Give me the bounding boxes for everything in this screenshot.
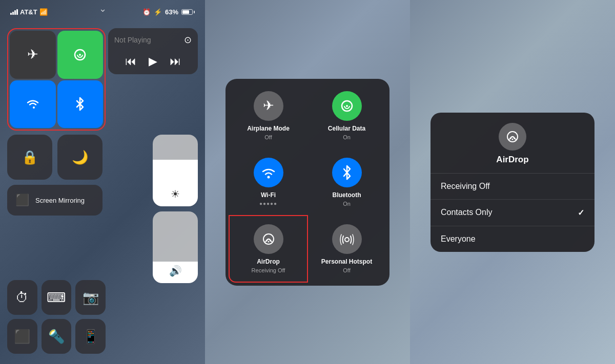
cellular-data-icon: [340, 99, 354, 113]
remote-button[interactable]: 📱: [75, 319, 106, 354]
connectivity-grid-expanded: ✈ Airplane Mode Off Cellular Data On: [225, 79, 389, 286]
alarm-icon: ⏰: [142, 8, 151, 16]
wifi-button[interactable]: [10, 80, 56, 129]
carrier-label: AT&T: [20, 8, 37, 16]
svg-point-9: [512, 138, 514, 140]
bluetooth-status: On: [343, 201, 351, 207]
volume-icon: 🔊: [169, 265, 182, 277]
svg-point-4: [267, 176, 270, 178]
cellular-icon: [73, 48, 87, 62]
bluetooth-icon: [75, 97, 85, 111]
airdrop-menu-header: AirDrop: [430, 113, 594, 174]
airplane-mode-cell[interactable]: ✈ Airplane Mode Off: [230, 83, 307, 148]
timer-icon: ⏱: [15, 290, 29, 306]
media-controls: ⏮ ▶ ⏭: [114, 55, 192, 68]
rewind-button[interactable]: ⏮: [125, 55, 136, 68]
calculator-icon: ⌨: [47, 290, 66, 306]
airdrop-menu-content: AirDrop Receiving Off Contacts Only ✓ Ev…: [430, 113, 594, 252]
flashlight-button[interactable]: 🔦: [42, 319, 72, 354]
status-right: ⏰ ⚡ 63%: [142, 8, 195, 16]
airdrop-menu-title: AirDrop: [496, 155, 528, 165]
receiving-off-label: Receiving Off: [441, 182, 490, 191]
hotspot-label: Personal Hotspot: [321, 258, 372, 265]
contacts-only-label: Contacts Only: [441, 208, 492, 217]
status-left: AT&T 📶: [10, 8, 48, 16]
rotation-lock-icon: 🔒: [22, 149, 38, 165]
play-button[interactable]: ▶: [149, 55, 157, 68]
bluetooth-cell[interactable]: Bluetooth On: [308, 149, 385, 215]
airdrop-menu-icon: [499, 123, 526, 151]
wifi-network: ●●●●●: [259, 201, 277, 206]
airdrop-header-icon: [505, 130, 520, 144]
airplane-mode-button[interactable]: ✈: [10, 31, 56, 79]
chevron-down-icon[interactable]: ⌄: [99, 3, 107, 14]
brightness-icon: ☀: [171, 188, 180, 200]
timer-button[interactable]: ⏱: [7, 280, 37, 315]
airdrop-circle: [254, 224, 283, 254]
contacts-only-option[interactable]: Contacts Only ✓: [430, 200, 594, 226]
screen-mirroring-button[interactable]: ⬛ Screen Mirroring: [7, 185, 102, 216]
panel-3-airdrop-menu: AirDrop Receiving Off Contacts Only ✓ Ev…: [410, 0, 615, 364]
screen-mirror-icon: ⬛: [15, 194, 29, 207]
panel-1-iphone-control-center: AT&T 📶 ⏰ ⚡ 63% ⌄ ✈: [0, 0, 205, 364]
qr-icon: ⬛: [14, 329, 30, 345]
camera-button[interactable]: 📷: [75, 280, 106, 315]
airplay-icon[interactable]: ⊙: [184, 34, 192, 46]
receiving-off-option[interactable]: Receiving Off: [430, 174, 594, 200]
airplane-mode-label: Airplane Mode: [247, 125, 290, 132]
moon-icon: 🌙: [72, 149, 88, 165]
airplane-circle: ✈: [254, 91, 283, 121]
panel-2-expanded-connectivity: ✈ Airplane Mode Off Cellular Data On: [205, 0, 410, 364]
wifi-circle: [254, 158, 283, 187]
wifi-expanded-icon: [261, 165, 276, 180]
battery-indicator: [181, 9, 195, 15]
qr-code-button[interactable]: ⬛: [7, 319, 37, 354]
screen-mirror-label: Screen Mirroring: [35, 197, 85, 204]
signal-bars: [10, 9, 18, 15]
wifi-status-icon: 📶: [39, 8, 48, 16]
calculator-button[interactable]: ⌨: [42, 280, 72, 315]
connectivity-grid: ✈: [7, 28, 106, 131]
bluetooth-label: Bluetooth: [333, 191, 361, 199]
wifi-cell[interactable]: Wi-Fi ●●●●●: [230, 149, 307, 215]
brightness-slider[interactable]: ☀: [153, 135, 198, 206]
camera-icon: 📷: [83, 290, 99, 306]
airplane-mode-status: Off: [264, 134, 272, 140]
airplane-icon: ✈: [27, 47, 38, 62]
everyone-label: Everyone: [441, 234, 476, 244]
svg-point-1: [79, 54, 81, 56]
media-player: Not Playing ⊙ ⏮ ▶ ⏭: [108, 28, 198, 74]
media-title: Not Playing: [114, 36, 151, 44]
svg-point-6: [268, 241, 269, 242]
cellular-data-label: Cellular Data: [328, 125, 365, 132]
sliders-column: ☀ 🔊: [153, 135, 198, 283]
airdrop-icon: [261, 232, 276, 246]
wifi-icon: [25, 96, 40, 112]
remote-icon: 📱: [83, 329, 99, 345]
hotspot-cell[interactable]: Personal Hotspot Off: [308, 216, 385, 282]
forward-button[interactable]: ⏭: [170, 55, 181, 68]
do-not-disturb-button[interactable]: 🌙: [57, 135, 102, 180]
bluetooth-expanded-icon: [342, 165, 352, 180]
rotation-lock-button[interactable]: 🔒: [7, 135, 52, 180]
cellular-data-cell[interactable]: Cellular Data On: [308, 83, 385, 148]
hotspot-icon: [339, 232, 355, 246]
hotspot-circle: [332, 224, 362, 254]
cellular-button[interactable]: [57, 31, 104, 79]
bluetooth-circle: [332, 158, 362, 187]
wifi-label: Wi-Fi: [261, 191, 276, 199]
everyone-option[interactable]: Everyone: [430, 226, 594, 252]
volume-slider[interactable]: 🔊: [153, 211, 198, 283]
media-top: Not Playing ⊙: [114, 34, 192, 46]
airplane-mode-icon: ✈: [263, 98, 274, 114]
bluetooth-button[interactable]: [57, 80, 104, 129]
control-center-main: ✈: [7, 28, 198, 354]
row-2-controls: 🔒 🌙: [7, 135, 102, 180]
contacts-only-checkmark: ✓: [578, 208, 584, 218]
battery-label: 63%: [165, 8, 178, 16]
airdrop-cell[interactable]: AirDrop Receiving Off: [229, 215, 308, 283]
hotspot-status: Off: [343, 267, 350, 273]
cellular-data-status: On: [343, 134, 351, 140]
svg-point-3: [346, 105, 348, 107]
flashlight-icon: 🔦: [48, 329, 65, 345]
